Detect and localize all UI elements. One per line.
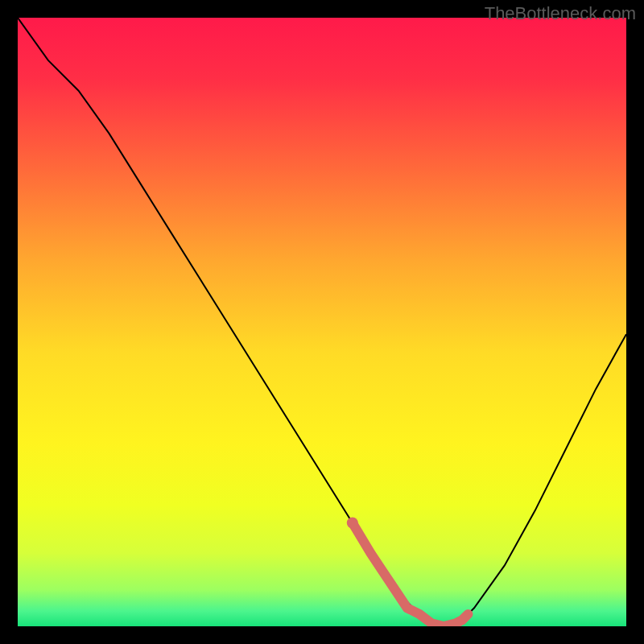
chart-frame: TheBottleneck.com xyxy=(0,0,644,644)
chart-background-gradient xyxy=(18,18,626,626)
optimal-start-dot xyxy=(347,517,358,528)
chart-svg xyxy=(18,18,626,626)
watermark-text: TheBottleneck.com xyxy=(485,3,636,24)
bottleneck-chart xyxy=(18,18,626,626)
